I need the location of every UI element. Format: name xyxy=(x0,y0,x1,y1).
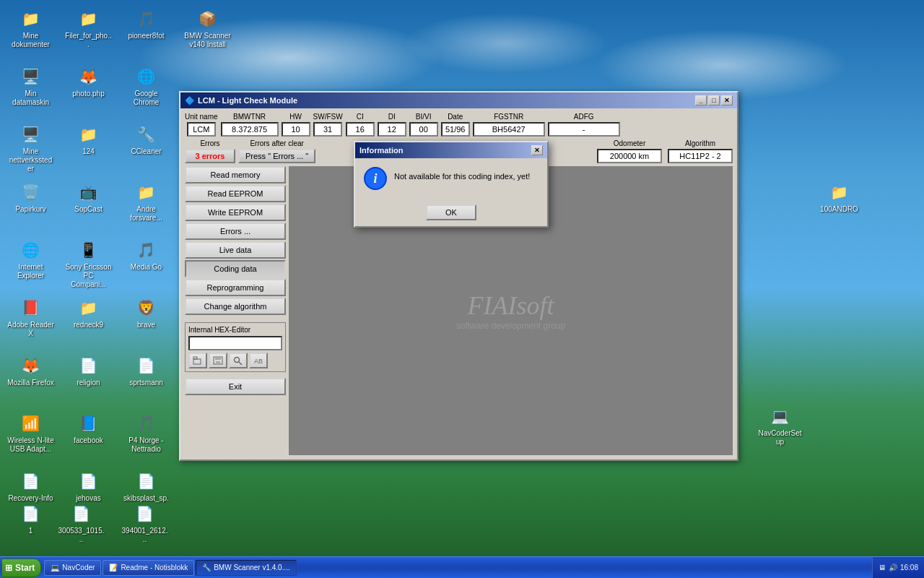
desktop-icon-sony[interactable]: 📱 Sony Ericsson PC Compani... xyxy=(65,238,112,289)
hex-editor-buttons: AB xyxy=(188,353,282,368)
window-titlebar: 🔷 LCM - Light Check Module _ □ ✕ xyxy=(180,92,737,108)
errors-after-clear-section: Errors after clear Press " Errors ... " xyxy=(238,139,315,163)
exit-button[interactable]: Exit xyxy=(185,378,286,395)
window-icon: 🔷 xyxy=(185,96,195,105)
desktop-icon-recovery[interactable]: 📄 Recovery-Info xyxy=(7,470,54,503)
ci-field: CI 16 xyxy=(346,113,375,137)
di-field: DI 12 xyxy=(378,113,406,137)
errors-section: Errors 3 errors xyxy=(185,139,235,163)
desktop-icon-adobe[interactable]: 📕 Adobe Reader X xyxy=(7,296,54,338)
desktop-icon-religion[interactable]: 📄 religion xyxy=(65,354,112,387)
close-button[interactable]: ✕ xyxy=(721,95,733,105)
desktop-icon-item1[interactable]: 📄 1 xyxy=(7,502,54,535)
errors-count-button[interactable]: 3 errors xyxy=(185,149,235,163)
window-controls: _ □ ✕ xyxy=(695,95,733,105)
desktop-icon-jehovas[interactable]: 📄 jehovas xyxy=(65,470,112,503)
ok-button[interactable]: OK xyxy=(426,204,476,220)
svg-rect-3 xyxy=(216,361,220,364)
desktop-icon-navcoder-setup[interactable]: 💻 NavCoderSetup xyxy=(757,405,803,447)
errors-after-clear-button[interactable]: Press " Errors ... " xyxy=(238,149,315,163)
read-eeprom-button[interactable]: Read EEPROM xyxy=(185,185,286,202)
desktop-icon-wireless[interactable]: 📶 Wireless N-lite USB Adapt... xyxy=(7,412,54,454)
window-title: 🔷 LCM - Light Check Module xyxy=(185,96,297,105)
hex-editor-input[interactable] xyxy=(188,336,282,350)
svg-line-6 xyxy=(239,362,242,365)
bi-vi-field: BI/VI 00 xyxy=(409,113,438,137)
desktop-icon-bmw-install[interactable]: 📦 BMW Scanner v140 Install xyxy=(184,7,231,49)
hex-editor-section: Internal HEX-Editor xyxy=(185,322,286,372)
navcoder-icon: 💻 xyxy=(51,564,59,571)
desktop-icon-394001[interactable]: 📄 394001_2612... xyxy=(121,502,168,544)
hex-search-button[interactable] xyxy=(229,353,248,368)
unit-header: Unit name LCM BMWTNR 8.372.875 HW 10 SW/… xyxy=(185,113,733,137)
info-dialog-content: i Not available for this coding index, y… xyxy=(355,158,547,199)
network-tray-icon: 🖥 xyxy=(879,564,886,571)
hex-save-button[interactable] xyxy=(209,353,227,368)
taskbar-items: 💻 NavCoder 📝 Readme - Notisblokk 🔧 BMW S… xyxy=(44,560,872,576)
svg-rect-4 xyxy=(215,357,221,360)
hw-field: HW 10 xyxy=(282,113,310,137)
desktop-icon-pioneer[interactable]: 🎵 pioneer8fot xyxy=(123,7,170,40)
desktop-icon-brave[interactable]: 🦁 brave xyxy=(123,296,170,329)
coding-data-button[interactable]: Coding data xyxy=(185,260,286,277)
desktop-icon-sopcast[interactable]: 📺 SopCast xyxy=(65,181,112,214)
taskbar-tray: 🖥 🔊 16:08 xyxy=(872,557,924,578)
taskbar: ⊞ Start 💻 NavCoder 📝 Readme - Notisblokk… xyxy=(0,556,924,578)
desktop-icon-firefox[interactable]: 🦊 Mozilla Firefox xyxy=(7,354,54,387)
bmwtnr-field: BMWTNR 8.372.875 xyxy=(221,113,279,137)
info-message: Not available for this coding index, yet… xyxy=(394,167,530,182)
minimize-button[interactable]: _ xyxy=(695,95,707,105)
svg-rect-1 xyxy=(193,357,197,359)
hex-replace-button[interactable]: AB xyxy=(249,353,268,368)
hex-open-button[interactable] xyxy=(188,353,207,368)
desktop-icon-100andro[interactable]: 📁 100ANDRO xyxy=(816,181,863,214)
desktop-icon-ie[interactable]: 🌐 Internet Explorer xyxy=(7,238,54,280)
reprogramming-button[interactable]: Reprogramming xyxy=(185,279,286,296)
info-dialog-close-button[interactable]: ✕ xyxy=(531,145,543,155)
odometer-section: Odometer 200000 km Algorithm HC11P2 - 2 xyxy=(597,139,733,163)
desktop-icon-300533[interactable]: 📄 300533_1015... xyxy=(58,502,105,544)
read-memory-button[interactable]: Read memory xyxy=(185,166,286,184)
maximize-button[interactable]: □ xyxy=(708,95,720,105)
desktop-icon-filer[interactable]: 📁 Filer_for_pho... xyxy=(65,7,112,49)
adfg-field: ADFG - xyxy=(548,113,620,137)
info-icon: i xyxy=(364,167,387,190)
desktop-icon-redneck[interactable]: 📁 redneck9 xyxy=(65,296,112,329)
taskbar-item-navcoder[interactable]: 💻 NavCoder xyxy=(44,560,101,576)
desktop-icon-chrome[interactable]: 🌐 Google Chrome xyxy=(123,65,170,107)
desktop-icon-p4[interactable]: 🎵 P4 Norge - Nettradio xyxy=(123,412,170,454)
change-algorithm-button[interactable]: Change algorithm xyxy=(185,298,286,315)
write-eeprom-button[interactable]: Write EEPROM xyxy=(185,204,286,221)
odometer-field: Odometer 200000 km xyxy=(597,139,662,163)
desktop-icon-mediago[interactable]: 🎵 Media Go xyxy=(123,238,170,272)
taskbar-item-readme[interactable]: 📝 Readme - Notisblokk xyxy=(103,560,194,576)
taskbar-item-bmw-scanner[interactable]: 🔧 BMW Scanner v1.4.0.... xyxy=(196,560,297,576)
desktop-icon-nettverk[interactable]: 🖥️ Mine nettverkssteder xyxy=(7,123,54,173)
desktop-icon-papirkurv[interactable]: 🗑️ Papirkurv xyxy=(7,181,54,214)
desktop-icon-facebook[interactable]: 📘 facebook xyxy=(65,412,112,445)
svg-point-5 xyxy=(235,358,240,363)
desktop: 📁 Minedokumenter 📁 Filer_for_pho... 🎵 pi… xyxy=(0,0,924,578)
unit-name-field: Unit name LCM xyxy=(185,113,218,137)
desktop-icon-sprtsmann[interactable]: 📄 sprtsmann xyxy=(123,354,170,387)
desktop-icon-mine-dokumenter[interactable]: 📁 Minedokumenter xyxy=(7,7,54,49)
errors-button[interactable]: Errors ... xyxy=(185,223,286,240)
start-button[interactable]: ⊞ Start xyxy=(1,558,41,577)
tray-clock[interactable]: 16:08 xyxy=(900,564,918,571)
desktop-icon-ccleaner[interactable]: 🔧 CCleaner xyxy=(123,123,170,156)
desktop-icon-datamaskin[interactable]: 🖥️ Min datamaskin xyxy=(7,65,54,107)
svg-text:AB: AB xyxy=(254,358,263,365)
desktop-icon-photo[interactable]: 🦊 photo.php xyxy=(65,65,112,98)
live-data-button[interactable]: Live data xyxy=(185,241,286,259)
watermark: FIAIsoft software development group xyxy=(456,290,565,331)
algorithm-field: Algorithm HC11P2 - 2 xyxy=(668,139,733,163)
desktop-icon-124[interactable]: 📁 124 xyxy=(65,123,112,156)
information-dialog: Information ✕ i Not available for this c… xyxy=(354,141,549,228)
fgstnr-field: FGSTNR BH56427 xyxy=(473,113,545,137)
left-panel: Read memory Read EEPROM Write EEPROM Err… xyxy=(185,166,286,455)
sw-fsw-field: SW/FSW 31 xyxy=(313,113,343,137)
info-dialog-footer: OK xyxy=(355,199,547,226)
volume-tray-icon: 🔊 xyxy=(889,564,897,571)
desktop-icon-andre[interactable]: 📁 Andre forsvare... xyxy=(123,181,170,223)
svg-rect-0 xyxy=(193,359,201,364)
